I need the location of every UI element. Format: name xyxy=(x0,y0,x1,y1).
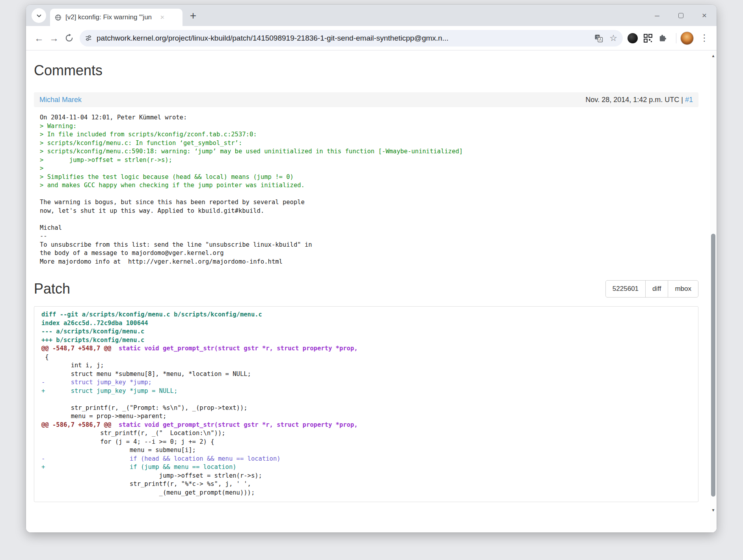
tab-title: [v2] kconfig: Fix warning "'jun xyxy=(65,13,157,21)
scrollbar-thumb[interactable] xyxy=(711,234,715,497)
diff-line: for (j = 4; --i >= 0; j += 2) { xyxy=(41,438,694,447)
browser-toolbar: ← → patchwork.kernel.org/project/linux-k… xyxy=(26,26,717,50)
qr-extension-icon[interactable] xyxy=(644,34,652,43)
new-tab-button[interactable]: + xyxy=(186,9,200,22)
site-settings-tune-icon[interactable] xyxy=(85,35,92,41)
comment-line: The warning is bogus, but since this has… xyxy=(40,198,698,207)
comment-anchor-link[interactable]: #1 xyxy=(685,96,693,104)
diff-line: jump->offset = strlen(r->s); xyxy=(41,472,694,480)
comment-line: More majordomo info at http://vger.kerne… xyxy=(40,258,698,266)
extension-dark-circle-icon[interactable] xyxy=(628,33,638,43)
patch-header-row: Patch 5225601diffmbox xyxy=(34,280,698,298)
comments-heading: Comments xyxy=(34,62,698,79)
toolbar-divider xyxy=(676,33,676,43)
active-tab[interactable]: [v2] kconfig: Fix warning "'jun × xyxy=(50,9,182,26)
svg-text:A: A xyxy=(599,37,602,42)
tab-search-button[interactable] xyxy=(32,8,46,23)
browser-menu-kebab-icon[interactable]: ⋮ xyxy=(699,33,709,43)
reload-button[interactable] xyxy=(61,31,76,46)
browser-window: [v2] kconfig: Fix warning "'jun × + – × … xyxy=(26,5,717,532)
diff-line: @@ -586,7 +586,7 @@ static void get_prom… xyxy=(41,421,694,430)
forward-button[interactable]: → xyxy=(47,31,61,46)
diff-content: diff --git a/scripts/kconfig/menu.c b/sc… xyxy=(34,306,698,502)
diff-line: { xyxy=(41,353,694,362)
diff-line: str_printf(r, _("Prompt: %s\n"), _(prop-… xyxy=(41,404,694,413)
maximize-button[interactable] xyxy=(674,9,687,22)
diff-line xyxy=(41,395,694,404)
close-window-button[interactable]: × xyxy=(698,9,711,22)
diff-line: - struct jump_key *jump; xyxy=(41,378,694,387)
diff-line: str_printf(r, "%*c-> %s", j, ' ', xyxy=(41,480,694,489)
patchwork-page: Comments Michal Marek Nov. 28, 2014, 1:4… xyxy=(26,50,717,532)
diff-button[interactable]: diff xyxy=(645,280,668,298)
diff-line: --- a/scripts/kconfig/menu.c xyxy=(41,327,694,336)
bookmark-star-icon[interactable]: ☆ xyxy=(609,33,617,43)
diff-line: str_printf(r, _(" Location:\n")); xyxy=(41,429,694,438)
comment-line: To unsubscribe from this list: send the … xyxy=(40,241,698,249)
globe-favicon-icon xyxy=(55,14,61,21)
comment-date: Nov. 28, 2014, 1:42 p.m. UTC xyxy=(586,96,680,104)
minimize-button[interactable]: – xyxy=(650,9,664,22)
diff-line: index a26cc5d..72c9dba 100644 xyxy=(41,319,694,328)
scroll-down-arrow[interactable]: ▼ xyxy=(710,507,717,513)
comment-author-link[interactable]: Michal Marek xyxy=(39,96,82,104)
extensions-area xyxy=(628,33,667,43)
diff-line: menu = submenu[i]; xyxy=(41,446,694,455)
scroll-up-arrow[interactable]: ▲ xyxy=(710,53,717,59)
comment-line: > scripts/kconfig/menu.c: In function ‘g… xyxy=(40,139,698,148)
url-text[interactable]: patchwork.kernel.org/project/linux-kbuil… xyxy=(97,34,590,43)
diff-line: + if (jump && menu == location) xyxy=(41,463,694,472)
scrollbar[interactable]: ▲ ▼ xyxy=(710,50,717,532)
comment-line: > Warning: xyxy=(40,122,698,131)
comment-body: On 2014-11-04 12:01, Peter Kümmel wrote:… xyxy=(40,113,698,266)
diff-line: int i, j; xyxy=(41,361,694,370)
comment-line: > and makes GCC happy when checking if t… xyxy=(40,181,698,190)
address-bar[interactable]: patchwork.kernel.org/project/linux-kbuil… xyxy=(80,30,623,47)
comment-line: > jump->offset = strlen(r->s); xyxy=(40,156,698,165)
comment-line: -- xyxy=(40,232,698,241)
patch-heading: Patch xyxy=(34,281,70,297)
comment-line: > scripts/kconfig/menu.c:590:18: warning… xyxy=(40,147,698,156)
patch-button-group: 5225601diffmbox xyxy=(605,280,698,298)
window-controls: – × xyxy=(650,5,711,26)
maximize-icon xyxy=(678,13,683,18)
diff-line: diff --git a/scripts/kconfig/menu.c b/sc… xyxy=(41,311,694,319)
diff-line: + struct jump_key *jump = NULL; xyxy=(41,387,694,396)
translate-icon[interactable]: 文 A xyxy=(594,34,603,43)
patch-id-button[interactable]: 5225601 xyxy=(605,280,646,298)
comment-line xyxy=(40,190,698,199)
comment-line xyxy=(40,215,698,224)
diff-line: +++ b/scripts/kconfig/menu.c xyxy=(41,336,694,345)
profile-avatar[interactable] xyxy=(680,32,694,45)
mbox-button[interactable]: mbox xyxy=(668,280,698,298)
comment-timestamp: Nov. 28, 2014, 1:42 p.m. UTC | #1 xyxy=(586,96,693,104)
diff-line: _(menu_get_prompt(menu))); xyxy=(41,489,694,497)
diff-line: - if (head && location && menu == locati… xyxy=(41,455,694,463)
diff-line: menu = prop->menu->parent; xyxy=(41,412,694,421)
reload-icon xyxy=(65,33,74,43)
back-button[interactable]: ← xyxy=(32,31,47,46)
diff-line: struct menu *submenu[8], *menu, *locatio… xyxy=(41,370,694,379)
chevron-down-icon xyxy=(36,13,42,19)
tab-strip: [v2] kconfig: Fix warning "'jun × + – × xyxy=(26,5,717,26)
comment-line: > In file included from scripts/kconfig/… xyxy=(40,130,698,139)
extensions-puzzle-icon[interactable] xyxy=(658,33,667,43)
comment-line: the body of a message to majordomo@vger.… xyxy=(40,249,698,258)
comment-line: Michal xyxy=(40,224,698,233)
comment-meta-bar: Michal Marek Nov. 28, 2014, 1:42 p.m. UT… xyxy=(34,92,698,107)
comment-line: now, let's shut it up this way. Applied … xyxy=(40,207,698,216)
comment-line: On 2014-11-04 12:01, Peter Kümmel wrote: xyxy=(40,113,698,122)
comment-separator: | xyxy=(679,96,685,104)
comment-line: > xyxy=(40,164,698,173)
omnibox-actions: 文 A ☆ xyxy=(594,33,617,43)
page-content: Comments Michal Marek Nov. 28, 2014, 1:4… xyxy=(26,50,717,532)
comment-line: > Simplifies the test logic because (hea… xyxy=(40,173,698,182)
tab-title-fade xyxy=(155,12,169,23)
diff-line: @@ -548,7 +548,7 @@ static void get_prom… xyxy=(41,344,694,353)
